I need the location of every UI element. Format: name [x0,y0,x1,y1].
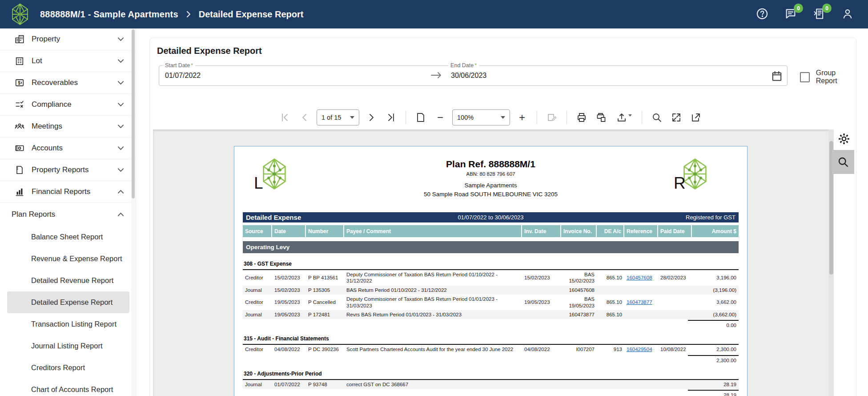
sidebar-item-accounts[interactable]: Accounts [0,137,136,159]
toolbar-divider [537,111,537,124]
sidebar-scrollbar-thumb[interactable] [132,29,135,198]
column-header-date: Date [272,225,306,237]
cell-source: Journal [243,380,272,389]
report-logo-left: L [260,158,289,190]
cell-inv-date: 19/05/2023 [522,298,561,307]
chevron-down-icon [350,116,354,119]
report-fund-header: Operating Levy [243,241,739,253]
sidebar-item-balance-sheet-report[interactable]: Balance Sheet Report [7,226,129,248]
cell-paid-date: 28/02/2023 [658,273,692,282]
invoices-button[interactable]: 0 [813,8,826,21]
column-header-amount: Amount $ [692,225,739,237]
cell-date: 19/05/2023 [272,310,306,319]
start-date-input[interactable] [165,66,232,85]
cell-amount: 3,662.00 [692,298,739,307]
sidebar-item-detailed-expense-report[interactable]: Detailed Expense Report [7,291,129,313]
messages-button[interactable]: 0 [784,8,798,21]
column-header-inv-date: Inv. Date [522,225,561,237]
annotate-button[interactable] [544,110,559,125]
sidebar-section-plan-reports[interactable]: Plan Reports [0,203,136,226]
zoom-level-select[interactable]: 100% [452,109,510,125]
fullscreen-button[interactable] [669,110,684,125]
table-row: Creditor04/08/2022P DC 390236Scott Partn… [243,345,739,354]
sidebar-item-compliance[interactable]: Compliance [0,94,136,116]
zoom-in-button[interactable]: + [514,110,530,125]
section-subtotal: 2,300.00 [688,355,739,363]
cell-amount: 3,196.00 [692,273,739,282]
search-document-button[interactable] [649,110,664,125]
print-all-button[interactable] [594,110,609,125]
sidebar-item-transaction-listing-report[interactable]: Transaction Listing Report [7,313,129,335]
page-number-select[interactable]: 1 of 15 [317,109,359,125]
last-page-button[interactable] [383,110,398,125]
sidebar-item-creditors-report[interactable]: Creditors Report [7,357,129,379]
cell-payee: Deputy Commissioner of Taxation BAS Retu… [344,270,522,286]
buildings-icon [15,34,24,44]
cell-reference: 160473877 [624,298,658,307]
sidebar-item-label: Meetings [32,122,62,131]
help-button[interactable] [756,8,769,21]
chevron-down-icon [501,116,505,119]
chevron-down-icon [117,146,124,150]
first-page-button[interactable] [277,110,293,125]
sidebar-scrollbar[interactable] [131,28,135,396]
chevron-right-icon [185,11,192,18]
cell-amount: (3,196.00) [692,286,739,295]
cell-source: Journal [243,286,272,295]
sidebar-item-journal-listing-report[interactable]: Journal Listing Report [7,335,129,357]
column-header-number: Number [306,225,344,237]
print-button[interactable] [574,110,589,125]
sidebar-item-meetings[interactable]: Meetings [0,116,136,137]
cell-paid-date [658,383,692,386]
cell-payee: Scott Partners Chartered Accounts Audit … [344,345,522,354]
document-icon [15,165,24,175]
group-report-checkbox[interactable] [800,72,810,82]
report-page: L R Plan Ref. 888888M/1 ABN: 80 828 796 … [234,146,747,396]
sidebar-item-lot[interactable]: Lot [0,50,136,72]
app-logo-icon[interactable] [10,3,30,25]
page-title: Detailed Expense Report [157,46,262,56]
cell-date: 04/08/2022 [272,345,306,354]
group-report-toggle[interactable]: Group Report [800,69,856,85]
reference-link[interactable]: 160429504 [627,347,652,352]
cell-date: 15/02/2023 [272,273,306,282]
messages-badge: 0 [794,4,803,13]
report-address: 50 Sample Road SOUTH MELBOURNE VIC 3205 [243,191,739,198]
cell-de-ac: 865.10 [597,273,624,282]
sidebar-item-label: Compliance [32,100,72,109]
people-icon [15,121,24,131]
reference-link[interactable]: 160457608 [627,275,652,280]
cell-invoice-no: BAS 15/02/2023 [561,270,597,286]
sidebar-item-property[interactable]: Property [0,28,136,50]
report-search-button[interactable] [832,150,854,174]
sidebar-item-revenue-expense-report[interactable]: Revenue & Expense Report [7,248,129,270]
banknote-icon [15,143,24,153]
sidebar-item-chart-of-accounts-report[interactable]: Chart of Accounts Report [7,379,129,396]
sidebar-item-recoverables[interactable]: $Recoverables [0,72,136,94]
end-date-input[interactable] [451,66,518,85]
cell-reference: 160429504 [624,345,658,354]
cell-number: P 135305 [306,286,344,295]
chevron-down-icon [117,37,124,41]
sidebar-item-financial-reports[interactable]: Financial Reports [0,181,136,203]
zoom-out-button[interactable]: − [433,110,448,125]
column-header-de-a-c: DE A/c [597,225,624,237]
sidebar-item-label: Property Reports [32,166,89,174]
breadcrumb-plan[interactable]: 888888M/1 - Sample Apartments [40,9,178,20]
export-button[interactable] [613,110,635,125]
column-header-paid-date: Paid Date [658,225,692,237]
previous-page-button[interactable] [297,110,312,125]
calendar-icon[interactable] [771,70,783,82]
next-page-button[interactable] [364,110,379,125]
subtotal-row: 2,300.00 [243,355,739,363]
fit-page-button[interactable] [413,110,428,125]
sidebar-item-property-reports[interactable]: Property Reports [0,159,136,181]
report-settings-button[interactable] [837,132,852,146]
user-menu-button[interactable] [841,8,855,21]
open-new-window-button[interactable] [688,110,703,125]
sidebar-item-detailed-revenue-report[interactable]: Detailed Revenue Report [7,270,129,291]
subtotal-row: 0.00 [243,320,739,328]
reference-link[interactable]: 160473877 [627,299,652,305]
group-report-label: Group Report [816,69,856,85]
cell-amount: (3,662.00) [692,310,739,319]
